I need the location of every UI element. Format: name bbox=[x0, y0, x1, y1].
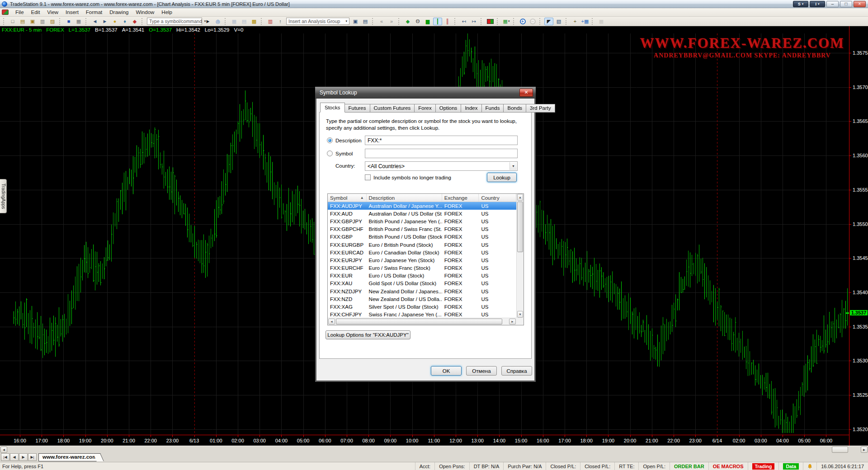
table-horizontal-scrollbar[interactable]: ◄ ► bbox=[328, 318, 516, 325]
lookup-options-button[interactable]: Lookup Options for "FXX:AUDJPY" bbox=[326, 330, 410, 339]
workspace-tab[interactable]: www.forex-warez.com bbox=[38, 453, 99, 461]
tab-3rd-party[interactable]: 3rd Party bbox=[526, 104, 555, 113]
menu-edit[interactable]: Edit bbox=[28, 9, 44, 16]
close-button[interactable]: × bbox=[854, 1, 866, 7]
symbol-radio[interactable] bbox=[327, 150, 333, 156]
symbol-command-combo[interactable]: Type a symbol/command▾ bbox=[147, 18, 202, 25]
description-radio[interactable] bbox=[327, 137, 333, 143]
symbol-lookup-icon[interactable]: ◎ bbox=[213, 18, 222, 25]
order-bar-icon[interactable] bbox=[486, 18, 495, 25]
menu-format[interactable]: Format bbox=[82, 9, 106, 16]
alerts-icon[interactable]: ▥ bbox=[266, 18, 275, 25]
table-header[interactable]: Symbol▲DescriptionExchangeCountry bbox=[328, 194, 516, 202]
tab-futures[interactable]: Futures bbox=[344, 104, 370, 113]
column-header-symbol[interactable]: Symbol▲ bbox=[328, 194, 367, 202]
next-workspace-button[interactable]: ▶ bbox=[19, 453, 28, 461]
table-row[interactable]: FXX:EURCADEuro / Canadian Dollar (Stock)… bbox=[328, 249, 516, 256]
strategy-back-icon[interactable]: « bbox=[377, 18, 386, 25]
scroll-right-icon[interactable]: ► bbox=[861, 446, 868, 453]
table-row[interactable]: FXX:EUREuro / US Dollar (Stock)FOREXUS bbox=[328, 272, 516, 280]
first-workspace-button[interactable]: |◀ bbox=[1, 453, 9, 461]
table-row[interactable]: FXX:CHFJPYSwiss Franc / Japanese Yen (..… bbox=[328, 311, 516, 318]
table-row[interactable]: FXX:NZDJPYNew Zealand Dollar / Japanes..… bbox=[328, 287, 516, 295]
workspace-folder-icon[interactable]: ▨ bbox=[48, 18, 57, 25]
pointer-icon[interactable]: ◤ bbox=[544, 18, 553, 25]
time-interval-icon[interactable]: Θ bbox=[413, 18, 422, 25]
chart-window-icon[interactable]: ▤ bbox=[361, 18, 370, 25]
prev-workspace-button[interactable]: ◀ bbox=[10, 453, 19, 461]
menu-insert[interactable]: Insert bbox=[62, 9, 82, 16]
zoom-in-icon[interactable]: + bbox=[518, 18, 527, 25]
table-row[interactable]: FXX:GBPJPYBritish Pound / Japanese Yen (… bbox=[328, 217, 516, 225]
tab-custom-futures[interactable]: Custom Futures bbox=[370, 104, 415, 113]
tile-windows-icon[interactable]: ▣ bbox=[351, 18, 360, 25]
description-input[interactable]: FXX:* bbox=[365, 136, 518, 145]
table-row[interactable]: FXX:GBPCHFBritish Pound / Swiss Franc (S… bbox=[328, 226, 516, 233]
scroll-left-icon[interactable]: ◄ bbox=[0, 446, 7, 453]
scrollbar-thumb[interactable] bbox=[832, 446, 848, 453]
cancel-button[interactable]: Отмена bbox=[466, 366, 497, 376]
chart-drawing-icon[interactable]: ▧ bbox=[554, 18, 563, 25]
tab-forex[interactable]: Forex bbox=[414, 104, 435, 113]
tools-icon[interactable]: + bbox=[571, 18, 580, 25]
window-back-icon[interactable]: ◄ bbox=[90, 18, 99, 25]
last-workspace-button[interactable]: ▶| bbox=[28, 453, 37, 461]
hlc-chart-icon[interactable]: ║ bbox=[443, 18, 452, 25]
bar-spacing-increase-icon[interactable]: ↦ bbox=[469, 18, 478, 25]
open-workspace-icon[interactable]: ▤ bbox=[18, 18, 27, 25]
bar-chart-icon[interactable]: ▆ bbox=[423, 18, 432, 25]
tab-bonds[interactable]: Bonds bbox=[503, 104, 526, 113]
table-row[interactable]: FXX:XAGSilver Spot / US Dollar (Stock)FO… bbox=[328, 303, 516, 310]
print-icon[interactable]: ▦ bbox=[74, 18, 83, 25]
table-row[interactable]: FXX:XAUGold Spot / US Dollar (Stock)FORE… bbox=[328, 280, 516, 287]
new-workspace-icon[interactable]: □ bbox=[8, 18, 17, 25]
menu-view[interactable]: View bbox=[43, 9, 62, 16]
page-setup-icon[interactable]: ▥ bbox=[38, 18, 47, 25]
table-row[interactable]: FXX:EURGBPEuro / British Pound (Stock)FO… bbox=[328, 241, 516, 249]
column-header-description[interactable]: Description bbox=[367, 194, 442, 202]
chart-style-icon[interactable]: ▦▾ bbox=[502, 18, 511, 25]
menu-help[interactable]: Help bbox=[158, 9, 176, 16]
lookup-button[interactable]: Lookup bbox=[487, 173, 517, 182]
bar-spacing-decrease-icon[interactable]: ↤ bbox=[459, 18, 468, 25]
overlay-button-s[interactable]: S ▾ bbox=[793, 1, 808, 7]
tab-stocks[interactable]: Stocks bbox=[320, 103, 345, 113]
scroll-right-icon[interactable]: ► bbox=[509, 319, 516, 324]
menu-file[interactable]: File bbox=[12, 9, 28, 16]
candlestick-icon[interactable]: ┃ bbox=[433, 18, 442, 25]
run-command-icon[interactable]: ► bbox=[203, 18, 212, 25]
trading-apps-tab[interactable]: TradingApps bbox=[0, 179, 7, 213]
symbol-input[interactable] bbox=[365, 149, 518, 158]
table-row[interactable]: FXX:AUDJPYAustralian Dollar / Japanese Y… bbox=[328, 202, 516, 210]
include-symbols-checkbox[interactable] bbox=[365, 174, 371, 180]
column-header-exchange[interactable]: Exchange bbox=[442, 194, 479, 202]
tab-funds[interactable]: Funds bbox=[481, 104, 504, 113]
sort-price-icon[interactable]: ↑ bbox=[276, 18, 285, 25]
table-row[interactable]: FXX:NZDNew Zealand Dollar / US Dolla...F… bbox=[328, 295, 516, 303]
tab-options[interactable]: Options bbox=[435, 104, 462, 113]
save-icon[interactable]: ■ bbox=[64, 18, 73, 25]
country-select[interactable]: <All Countries> ▼ bbox=[365, 161, 518, 171]
minimize-button[interactable]: – bbox=[826, 1, 839, 7]
format-painter-icon[interactable]: ♦ bbox=[120, 18, 129, 25]
help-button[interactable]: Справка bbox=[501, 366, 532, 376]
analysis-group-combo[interactable]: Insert an Analysis Group▾ bbox=[286, 18, 349, 25]
overlay-button-i[interactable]: I ▾ bbox=[810, 1, 825, 7]
add-study-icon[interactable]: +▦ bbox=[580, 18, 590, 25]
table-row[interactable]: FXX:GBPBritish Pound / US Dollar (Stock)… bbox=[328, 233, 516, 241]
time-axis[interactable]: 16:0017:0018:0019:0020:0021:0022:0023:00… bbox=[0, 435, 849, 446]
scroll-up-icon[interactable]: ▲ bbox=[517, 194, 523, 201]
chart-horizontal-scrollbar[interactable]: ◄ ► bbox=[0, 446, 868, 453]
scrollbar-thumb[interactable] bbox=[517, 202, 523, 252]
colors-icon[interactable]: ◆ bbox=[130, 18, 139, 25]
scrollbar-thumb[interactable] bbox=[336, 319, 502, 324]
strategy-forward-icon[interactable]: » bbox=[387, 18, 396, 25]
menu-window[interactable]: Window bbox=[132, 9, 158, 16]
window-forward-icon[interactable]: ► bbox=[100, 18, 109, 25]
lock-icon[interactable]: ● bbox=[110, 18, 119, 25]
table-vertical-scrollbar[interactable]: ▲ ▼ bbox=[516, 194, 524, 318]
table-row[interactable]: FXX:AUDAustralian Dollar / US Dollar (St… bbox=[328, 210, 516, 217]
maximize-button[interactable]: □ bbox=[840, 1, 852, 7]
save-workspace-icon[interactable]: ▣ bbox=[28, 18, 37, 25]
column-header-country[interactable]: Country bbox=[479, 194, 516, 202]
